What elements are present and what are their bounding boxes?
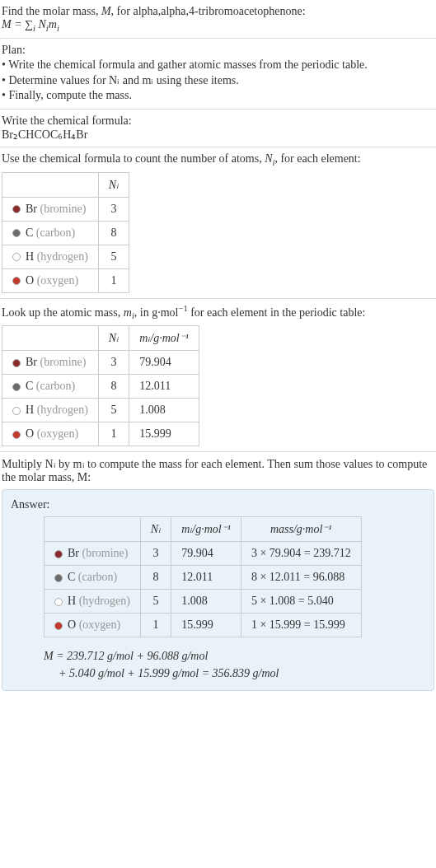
elem-sym: H <box>26 404 34 416</box>
ni-cell: 8 <box>140 566 171 590</box>
col-mi: mᵢ/g·mol⁻¹ <box>129 326 199 351</box>
table-row: Br (bromine)3 <box>2 197 129 221</box>
elem-name: (hydrogen) <box>37 250 88 263</box>
elem-cell: Br (bromine) <box>2 197 99 221</box>
elem-cell: C (carbon) <box>2 375 99 399</box>
intro-equation: M = ∑i Nimi <box>2 18 434 33</box>
elem-sym: H <box>26 250 34 263</box>
elem-sym: O <box>26 427 34 440</box>
elem-name: (hydrogen) <box>37 404 88 416</box>
elem-cell: O (oxygen) <box>45 614 141 637</box>
table-row: Br (bromine)379.9043 × 79.904 = 239.712 <box>45 542 362 566</box>
elem-name: (oxygen) <box>79 618 121 631</box>
elem-cell: C (carbon) <box>2 221 99 245</box>
m-line1: M = 239.712 g/mol + 96.088 g/mol <box>44 647 425 665</box>
table-row: C (carbon)812.0118 × 12.011 = 96.088 <box>45 566 362 590</box>
mi-cell: 1.008 <box>171 590 241 614</box>
eqn-sum: M = ∑ <box>2 18 33 30</box>
ni-cell: 3 <box>140 542 171 566</box>
col-element <box>45 517 141 542</box>
elem-name: (hydrogen) <box>79 595 130 607</box>
intro-M: M <box>101 5 111 17</box>
mass-cell: 5 × 1.008 = 5.040 <box>241 590 361 614</box>
elem-cell: C (carbon) <box>45 566 141 590</box>
mi-cell: 12.011 <box>171 566 241 590</box>
molar-mass-equation: M = 239.712 g/mol + 96.088 g/mol + 5.040… <box>44 647 425 682</box>
table-row: H (hydrogen)5 <box>2 245 129 268</box>
table-header-row: Nᵢ mᵢ/g·mol⁻¹ <box>2 326 199 351</box>
elem-cell: O (oxygen) <box>2 422 99 446</box>
plan-item: • Finally, compute the mass. <box>2 89 434 102</box>
atomic-header-exp: −1 <box>178 304 187 313</box>
plan-item: • Write the chemical formula and gather … <box>2 58 434 72</box>
plan-section: Plan: • Write the chemical formula and g… <box>0 39 436 110</box>
mass-cell: 8 × 12.011 = 96.088 <box>241 566 361 590</box>
element-swatch-icon <box>54 598 63 606</box>
ni-cell: 8 <box>98 375 129 399</box>
answer-inner: Nᵢ mᵢ/g·mol⁻¹ mass/g·mol⁻¹ Br (bromine)3… <box>11 516 425 682</box>
element-swatch-icon <box>54 574 63 582</box>
table-row: Br (bromine)379.904 <box>2 351 199 375</box>
m-line2: + 5.040 g/mol + 15.999 g/mol = 356.839 g… <box>44 665 425 682</box>
count-section: Use the chemical formula to count the nu… <box>0 147 436 299</box>
element-swatch-icon <box>12 407 21 415</box>
intro-section: Find the molar mass, M, for alpha,alpha,… <box>0 0 436 39</box>
multiply-text: Multiply Nᵢ by mᵢ to compute the mass fo… <box>2 457 434 484</box>
atomic-table: Nᵢ mᵢ/g·mol⁻¹ Br (bromine)379.904 C (car… <box>2 325 199 446</box>
elem-cell: H (hydrogen) <box>2 245 99 268</box>
eqn-m: m <box>49 18 57 30</box>
table-row: O (oxygen)115.999 <box>2 422 199 446</box>
table-header-row: Nᵢ <box>2 172 129 197</box>
table-row: O (oxygen)1 <box>2 268 129 292</box>
atomic-header-m: m <box>124 306 132 318</box>
count-header-post: , for each element: <box>274 152 360 165</box>
col-element <box>2 326 99 351</box>
element-swatch-icon <box>54 550 63 558</box>
element-swatch-icon <box>54 622 63 630</box>
eqn-N: N <box>35 18 46 30</box>
elem-cell: O (oxygen) <box>2 268 99 292</box>
intro-pre: Find the molar mass, <box>2 5 101 17</box>
mi-cell: 79.904 <box>171 542 241 566</box>
element-swatch-icon <box>12 205 21 213</box>
mass-cell: 1 × 15.999 = 15.999 <box>241 614 361 637</box>
ni-cell: 5 <box>140 590 171 614</box>
plan-list: • Write the chemical formula and gather … <box>2 58 434 102</box>
chem-formula-section: Write the chemical formula: Br₂CHCOC₆H₄B… <box>0 110 436 147</box>
plan-header: Plan: <box>2 44 434 57</box>
ni-cell: 5 <box>98 245 129 268</box>
element-swatch-icon <box>12 431 21 439</box>
elem-sym: Br <box>26 356 37 368</box>
elem-name: (carbon) <box>36 226 75 239</box>
elem-name: (bromine) <box>40 356 87 368</box>
col-element <box>2 172 99 197</box>
mi-cell: 79.904 <box>129 351 199 375</box>
eqn-i2: i <box>57 24 59 33</box>
elem-sym: C <box>26 226 33 239</box>
table-row: O (oxygen)115.9991 × 15.999 = 15.999 <box>45 614 362 637</box>
table-header-row: Nᵢ mᵢ/g·mol⁻¹ mass/g·mol⁻¹ <box>45 517 362 542</box>
elem-sym: H <box>68 595 76 607</box>
col-mi: mᵢ/g·mol⁻¹ <box>171 517 241 542</box>
col-ni: Nᵢ <box>98 172 129 197</box>
elem-sym: Br <box>68 547 79 559</box>
elem-name: (oxygen) <box>37 274 79 287</box>
elem-name: (carbon) <box>78 571 117 583</box>
elem-sym: C <box>68 571 75 583</box>
elem-cell: H (hydrogen) <box>2 399 99 422</box>
table-row: H (hydrogen)51.0085 × 1.008 = 5.040 <box>45 590 362 614</box>
ni-cell: 1 <box>98 422 129 446</box>
table-row: C (carbon)812.011 <box>2 375 199 399</box>
atomic-header: Look up the atomic mass, mi, in g·mol−1 … <box>2 304 434 320</box>
count-header-pre: Use the chemical formula to count the nu… <box>2 152 265 165</box>
chem-formula-header: Write the chemical formula: <box>2 114 434 128</box>
mi-cell: 1.008 <box>129 399 199 422</box>
table-row: H (hydrogen)51.008 <box>2 399 199 422</box>
atomic-section: Look up the atomic mass, mi, in g·mol−1 … <box>0 299 436 452</box>
elem-sym: C <box>26 380 33 392</box>
element-swatch-icon <box>12 253 21 261</box>
mi-cell: 12.011 <box>129 375 199 399</box>
elem-cell: Br (bromine) <box>2 351 99 375</box>
atomic-header-mid: , in g·mol <box>134 306 179 318</box>
elem-sym: O <box>26 274 34 287</box>
